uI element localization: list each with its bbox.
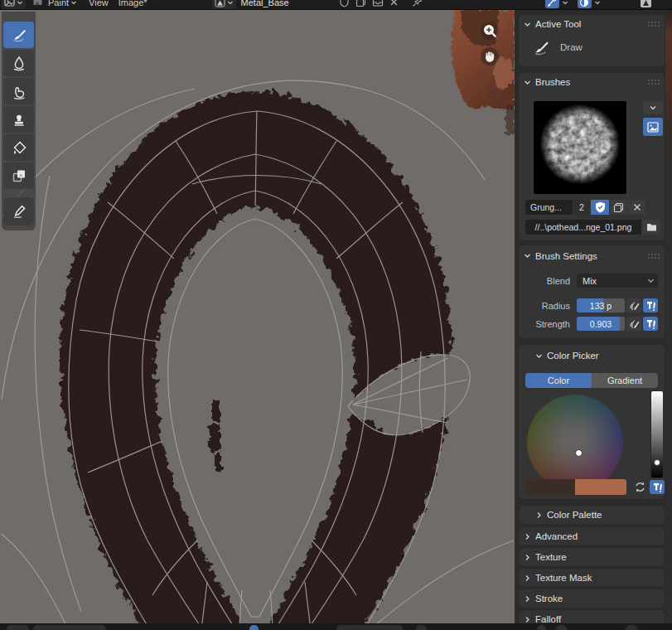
display-channels-icon[interactable] [640,0,652,8]
show-gizmo-toggle[interactable] [545,0,559,8]
browse-file-button[interactable] [642,220,660,235]
lower-editor-toggle[interactable] [249,625,259,630]
panel-grip-handle[interactable] [647,21,660,27]
tool-annotate-button[interactable] [3,197,34,225]
sidebar-region: Active Tool Draw Brushes [515,10,672,623]
radius-slider[interactable]: 133 p [577,298,625,313]
pan-hand-icon [482,49,497,64]
duplicate-brush-button[interactable] [610,200,627,215]
close-x-icon [633,203,641,211]
image-menu[interactable]: Image* [114,0,152,7]
editor-type-selector[interactable] [2,0,26,9]
radius-pressure-button[interactable] [626,298,641,313]
fake-user-shield-button[interactable] [591,200,609,215]
tool-clone-button[interactable] [3,106,34,133]
tool-fill-button[interactable] [3,134,34,161]
image-browse-button[interactable] [212,0,236,9]
brush-name-field[interactable]: Grung... [525,200,573,215]
brush-user-count[interactable]: 2 [573,200,590,215]
image-name[interactable]: Metal_Base [236,0,294,7]
chevron-down-icon [535,352,543,360]
pan-hand-button[interactable] [481,47,499,65]
panel-brushes: Brushes [519,73,665,240]
panel-color-picker: Color Picker Color Gradient [519,345,665,499]
folder-icon [646,222,657,232]
strength-slider[interactable]: 0.903 [577,317,625,331]
active-tool-name: Draw [560,42,583,52]
swap-colors-button[interactable] [631,481,648,493]
chevron-down-icon [227,0,234,6]
mask-image-icon [11,167,27,184]
image-filepath-field[interactable]: //..\pothead...nge_01.png [525,220,641,235]
panel-texture[interactable]: Texture [519,548,665,566]
smear-finger-icon [11,83,27,99]
radius-row: Radius 133 p [519,298,665,313]
tool-draw-button[interactable] [3,22,34,48]
strength-pressure-button[interactable] [626,317,641,331]
brush-image-source-button[interactable] [643,118,663,136]
active-tool-header[interactable]: Active Tool [519,15,665,33]
lower-editor-icon-b[interactable] [556,625,567,630]
annotate-pen-icon [11,203,27,220]
brush-filepath-row: //..\pothead...nge_01.png [525,220,660,235]
panel-title: Texture [535,552,567,562]
pin-icon[interactable] [412,0,423,7]
lower-editor-icon-a[interactable] [537,625,546,630]
brush-settings-header[interactable]: Brush Settings [519,245,665,264]
show-overlays-toggle[interactable] [578,0,592,8]
lower-editor-icon-button[interactable] [416,625,427,630]
blend-mode-dropdown[interactable]: Mix [577,274,658,288]
new-image-copy-icon[interactable] [355,0,366,7]
color-mode-tabs: Color Gradient [525,373,658,388]
sidebar-edge-sliver [665,10,672,623]
brush-texture-preview[interactable] [534,101,626,194]
view-menu[interactable]: View [84,0,114,7]
lower-editor-type-button[interactable] [7,625,29,630]
delete-brush-button[interactable] [628,200,645,215]
tab-color[interactable]: Color [525,373,592,388]
fill-bucket-icon [11,139,27,156]
strength-unified-button[interactable] [643,317,658,331]
hsv-color-wheel[interactable] [527,395,623,491]
value-slider-cursor[interactable] [654,459,660,466]
panel-stroke[interactable]: Stroke [519,589,665,608]
lower-editor-field-2[interactable] [336,625,403,630]
stylus-pressure-icon [629,300,640,311]
lower-editor-field[interactable] [33,625,106,630]
primary-color-swatch[interactable] [525,479,575,495]
image-paint-viewport[interactable] [0,10,515,623]
panel-falloff[interactable]: Falloff [519,610,665,623]
pack-image-icon[interactable] [372,0,384,7]
panel-grip-handle[interactable] [647,253,660,259]
panel-title: Stroke [535,594,563,603]
radius-unified-button[interactable] [643,298,658,313]
chevron-right-icon [524,554,531,561]
tool-soften-button[interactable] [3,50,34,76]
tablet-pen-icon [652,482,663,492]
stylus-pressure-icon [629,318,640,329]
tool-smear-button[interactable] [3,78,34,104]
panel-grip-handle[interactable] [647,79,660,85]
lower-editor-icon-c[interactable] [626,625,637,630]
mode-menu[interactable]: Paint [43,0,74,7]
panel-color-palette[interactable]: Color Palette [519,506,665,524]
wheel-cursor[interactable] [575,449,583,457]
brush-select-dropdown[interactable] [643,101,663,114]
brushes-header[interactable]: Brushes [519,73,665,91]
panel-advanced[interactable]: Advanced [519,527,665,545]
fake-user-shield-icon[interactable] [339,0,350,7]
unlink-x-icon[interactable] [389,0,399,7]
chevron-right-icon [524,533,531,540]
color-unified-button[interactable] [650,480,665,494]
panel-texture-mask[interactable]: Texture Mask [519,569,665,587]
chevron-down-icon [524,79,531,86]
secondary-color-swatch[interactable] [575,479,626,495]
value-slider[interactable] [651,391,663,477]
tool-mask-button[interactable] [3,162,34,189]
chevron-down-icon[interactable] [562,0,568,6]
tab-gradient[interactable]: Gradient [592,373,658,388]
paint-mode-icon[interactable] [32,0,43,7]
chevron-down-icon[interactable] [594,0,601,6]
zoom-in-button[interactable] [481,22,499,40]
color-picker-header[interactable]: Color Picker [519,345,665,363]
